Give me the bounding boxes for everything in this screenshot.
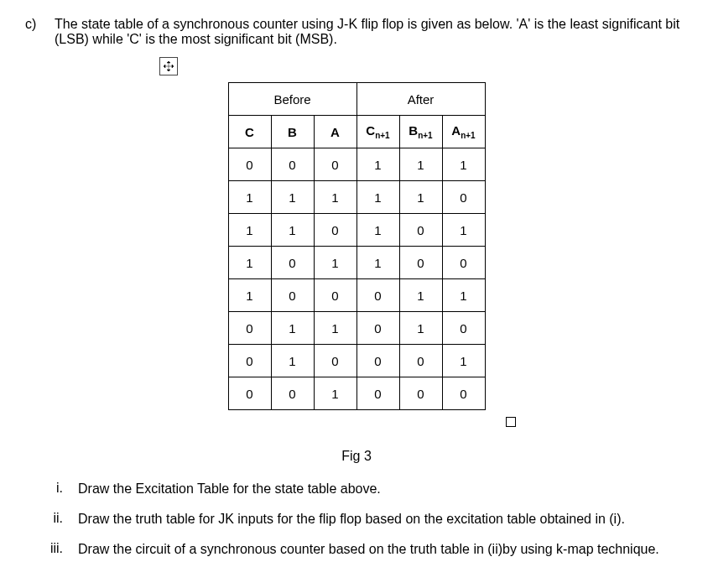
sub-questions: i. Draw the Excitation Table for the sta…: [25, 481, 688, 558]
item-iii: iii. Draw the circuit of a synchronous c…: [25, 541, 688, 558]
figure-label: Fig 3: [25, 449, 688, 464]
col-an1: An+1: [442, 116, 485, 148]
table-row: 0 0 0 1 1 1: [228, 148, 485, 181]
item-ii-marker: ii.: [25, 511, 78, 526]
item-i: i. Draw the Excitation Table for the sta…: [25, 481, 688, 497]
col-b: B: [271, 116, 314, 148]
item-iii-marker: iii.: [25, 541, 78, 556]
move-icon: [159, 57, 178, 75]
col-cn1: Cn+1: [356, 116, 399, 148]
col-c: C: [228, 116, 271, 148]
table-row: 0 0 1 0 0 0: [228, 377, 485, 410]
question-text: The state table of a synchronous counter…: [55, 17, 688, 47]
item-ii-text: Draw the truth table for JK inputs for t…: [78, 511, 688, 528]
col-a: A: [314, 116, 356, 148]
end-square-icon: [506, 417, 516, 427]
header-before: Before: [228, 83, 356, 116]
item-i-marker: i.: [25, 481, 78, 496]
question-marker: c): [25, 17, 55, 32]
table-row: 0 1 1 0 1 0: [228, 312, 485, 345]
item-ii: ii. Draw the truth table for JK inputs f…: [25, 511, 688, 528]
header-after: After: [356, 83, 485, 116]
table-row: 1 1 1 1 1 0: [228, 181, 485, 214]
table-row: 1 1 0 1 0 1: [228, 214, 485, 247]
state-table: Before After C B A Cn+1 Bn+1 An+1 0 0 0 …: [228, 82, 486, 410]
table-row: 1 0 1 1 0 0: [228, 247, 485, 279]
item-iii-text: Draw the circuit of a synchronous counte…: [78, 541, 688, 558]
question-c: c) The state table of a synchronous coun…: [25, 17, 688, 47]
item-i-text: Draw the Excitation Table for the state …: [78, 481, 688, 497]
table-row: 0 1 0 0 0 1: [228, 345, 485, 377]
table-row: 1 0 0 0 1 1: [228, 279, 485, 312]
col-bn1: Bn+1: [399, 116, 442, 148]
